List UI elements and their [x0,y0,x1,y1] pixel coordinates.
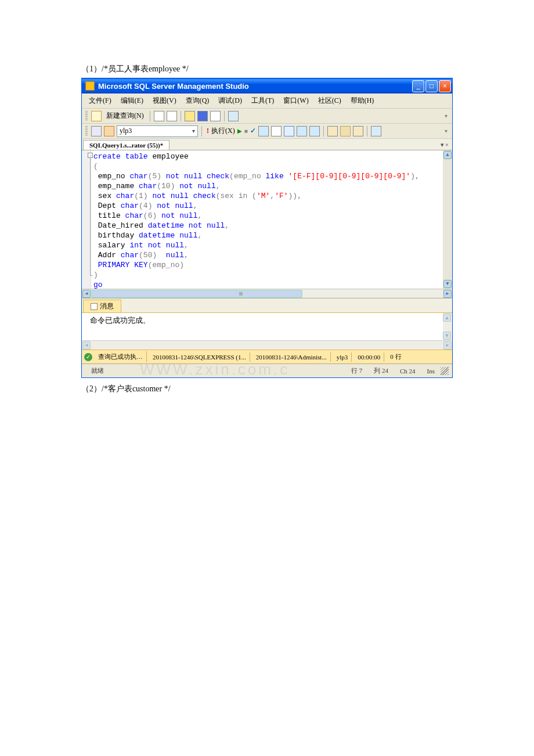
titlebar[interactable]: Microsoft SQL Server Management Studio _… [82,78,452,93]
new-file-icon[interactable] [154,111,164,121]
query-options-icon[interactable] [271,126,282,136]
scroll-left-icon[interactable] [82,290,91,298]
indent-icon[interactable] [353,126,363,136]
execute-button[interactable]: 执行(X) [211,126,235,136]
parse-check-icon[interactable]: ✓ [250,127,256,135]
resize-grip-icon[interactable] [441,367,449,375]
ssms-window: Microsoft SQL Server Management Studio _… [81,78,453,378]
results-tabstrip: 消息 [82,298,452,312]
scroll-up-icon[interactable] [443,151,452,159]
results-grid-icon[interactable] [284,126,294,136]
doc-caption-2: （2）/*客户表customer */ [81,384,453,394]
menu-window[interactable]: 窗口(W) [280,95,312,107]
status-line: 行 7 [345,365,368,376]
messages-hscrollbar[interactable] [82,340,452,350]
code-area[interactable]: create table employee ( emp_no char(5) n… [91,150,443,289]
menu-view[interactable]: 视图(V) [149,95,180,107]
watermark-text: WWW.zxin.com.c [140,361,290,379]
print-icon[interactable] [210,111,221,121]
uncomment-icon[interactable] [340,126,351,136]
window-title: Microsoft SQL Server Management Studio [98,82,412,91]
activity-monitor-icon[interactable] [228,111,239,121]
execute-bang-icon[interactable]: ! [205,127,210,135]
msg-scroll-right-icon[interactable] [443,341,452,350]
messages-tab[interactable]: 消息 [83,300,121,312]
app-status-bar: WWW.zxin.com.c 就绪 行 7 列 24 Ch 24 Ins [82,363,452,377]
messages-vscrollbar[interactable] [443,313,452,340]
status-ready: 就绪 [85,365,110,376]
status-server: 20100831-1246\SQLEXPRESS (1... [149,352,250,362]
status-ch: Ch 24 [394,366,421,376]
tab-list-dropdown-icon[interactable]: ▾ [441,141,444,149]
comment-icon[interactable] [327,126,338,136]
menubar: 文件(F) 编辑(E) 视图(V) 查询(Q) 调试(D) 工具(T) 窗口(W… [82,93,452,109]
scroll-down-icon[interactable] [443,280,452,288]
doc-caption-1: （1）/*员工人事表employee */ [81,64,453,74]
status-query-text: 查询已成功执… [95,351,147,362]
estimated-plan-icon[interactable] [258,126,269,136]
tab-close-icon[interactable]: × [445,141,449,149]
status-user: 20100831-1246\Administ... [252,352,331,362]
status-db: ylp3 [333,352,352,362]
standard-toolbar: 新建查询(N) ▾ [82,109,452,124]
msg-scroll-up-icon[interactable] [443,314,451,322]
debug-play-icon[interactable]: ▶ [237,128,242,134]
editor-vscrollbar[interactable] [443,150,452,289]
msg-scroll-down-icon[interactable] [443,332,451,340]
menu-tools[interactable]: 工具(T) [248,95,277,107]
connect-icon[interactable] [91,126,102,136]
toolbar2-overflow-icon[interactable]: ▾ [445,128,450,134]
query-status-bar: ✓ 查询已成功执… 20100831-1246\SQLEXPRESS (1...… [82,350,452,363]
hscroll-thumb[interactable] [91,290,302,298]
menu-edit[interactable]: 编辑(E) [117,95,147,107]
menu-query[interactable]: 查询(Q) [182,95,213,107]
messages-pane[interactable]: 命令已成功完成。 [82,312,452,340]
sql-editor[interactable]: – create table employee ( emp_no char(5)… [82,150,452,289]
outline-gutter: – [82,150,91,289]
menu-debug[interactable]: 调试(D) [215,95,246,107]
status-time: 00:00:00 [354,352,384,362]
query-tab[interactable]: SQLQuery1.s...rator (55))* [83,140,169,150]
document-tabstrip: SQLQuery1.s...rator (55))* ▾ × [82,139,452,150]
app-icon [85,81,95,91]
msg-scroll-left-icon[interactable] [82,341,91,350]
collapse-toggle-icon[interactable]: – [88,153,93,158]
messages-tab-icon [91,303,98,310]
toolbar-grip-2[interactable] [85,126,88,136]
open-icon[interactable] [185,111,195,121]
change-connection-icon[interactable] [104,126,114,136]
toolbar-grip[interactable] [85,111,88,121]
status-ins: Ins [421,366,441,376]
message-text: 命令已成功完成。 [90,316,150,325]
editor-hscrollbar[interactable] [82,289,452,298]
results-text-icon[interactable] [297,126,307,136]
sql-editor-toolbar: ylp3 ! 执行(X) ▶ ■ ✓ ▾ [82,124,452,139]
new-query-button[interactable]: 新建查询(N) [104,111,146,121]
query-success-icon: ✓ [84,353,92,361]
minimize-button[interactable]: _ [412,80,424,92]
status-rows: 0 行 [387,351,405,362]
scroll-right-icon[interactable] [443,290,452,298]
status-col: 列 24 [368,365,394,376]
database-selector[interactable]: ylp3 [117,125,198,137]
save-icon[interactable] [197,111,208,121]
specify-values-icon[interactable] [371,126,381,136]
menu-help[interactable]: 帮助(H) [347,95,378,107]
stop-icon[interactable]: ■ [244,128,248,134]
menu-file[interactable]: 文件(F) [85,95,115,107]
include-plan-icon[interactable] [309,126,320,136]
toolbar-overflow-icon[interactable]: ▾ [445,113,450,119]
new-project-icon[interactable] [167,111,177,121]
new-query-icon[interactable] [91,111,102,121]
close-button[interactable]: × [439,80,451,92]
menu-community[interactable]: 社区(C) [315,95,345,107]
maximize-button[interactable]: □ [425,80,438,92]
